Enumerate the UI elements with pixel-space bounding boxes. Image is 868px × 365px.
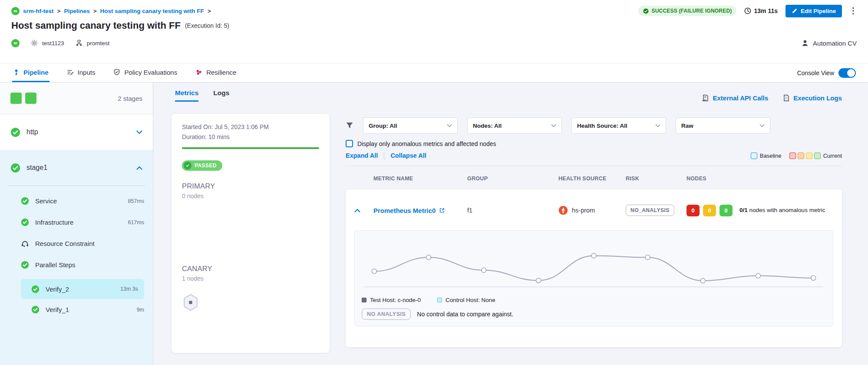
check-circle-icon [21, 197, 29, 205]
group-filter-value: Group: All [369, 123, 397, 129]
tab-metrics[interactable]: Metrics [175, 89, 198, 102]
group-filter-select[interactable]: Group: All [363, 117, 458, 134]
chevron-down-icon [551, 124, 556, 127]
summary-card: Started On: Jul 5, 2023 1:06 PM Duration… [172, 114, 330, 353]
breadcrumb-project-link[interactable]: srm-hf-test [23, 8, 54, 14]
nodes-filter-select[interactable]: Nodes: All [467, 117, 562, 134]
chevron-down-icon[interactable] [136, 130, 142, 134]
nodes-cell: 0 0 0 0/1 nodes with anomalous metric [686, 205, 833, 216]
started-on: Started On: Jul 5, 2023 1:06 PM [182, 123, 319, 130]
no-analysis-badge: NO ANALYSIS [362, 309, 411, 320]
yellow-node-count: 0 [703, 205, 716, 216]
collapse-all-link[interactable]: Collapse All [390, 152, 426, 159]
step-row-service[interactable]: Service 857ms [0, 190, 153, 212]
metric-chart[interactable] [362, 237, 826, 292]
divider [384, 152, 384, 159]
metric-card: Prometheus Metric0 f1 hs-prom NO_ANALYSI… [346, 189, 842, 347]
expand-collapse-links: Expand All Collapse All [346, 152, 426, 159]
status-badge-label: SUCCESS (FAILURE IGNORED) [651, 8, 732, 14]
metric-name-link[interactable]: Prometheus Metric0 [373, 207, 467, 214]
toolbar-row: Expand All Collapse All Baseline [346, 152, 842, 166]
step-row-infrastructure[interactable]: Infrastructure 617ms [0, 212, 153, 233]
health-source-filter-select[interactable]: Health Source: All [571, 117, 666, 134]
step-label: Verify_2 [46, 285, 114, 293]
service-name[interactable]: test1123 [42, 40, 64, 46]
breadcrumb-separator: > [208, 8, 211, 14]
check-circle-icon [31, 285, 40, 293]
anomalous-filter-row: Display only anomalous metrics and affec… [346, 140, 842, 147]
more-options-menu[interactable] [850, 6, 857, 16]
tab-policy-evaluations-label: Policy Evaluations [124, 69, 177, 76]
step-duration: 617ms [128, 219, 144, 226]
tab-logs[interactable]: Logs [213, 89, 229, 102]
breadcrumb-pipelines-link[interactable]: Pipelines [64, 8, 89, 14]
panel-tabs: Metrics Logs [153, 83, 338, 102]
test-host-legend-item: Test Host: c-node-0 [362, 297, 421, 303]
expand-all-link[interactable]: Expand All [346, 152, 378, 159]
triggered-by: Automation CV [801, 39, 857, 47]
step-row-verify-2[interactable]: Verify_2 13m 3s [21, 279, 144, 299]
external-link-icon [439, 207, 445, 213]
step-row-verify-1[interactable]: Verify_1 9m [0, 299, 153, 320]
metrics-table-header: METRIC NAME GROUP HEALTH SOURCE RISK NOD… [346, 176, 842, 182]
passed-check-icon [184, 162, 191, 169]
step-duration: 9m [137, 307, 144, 313]
execution-logs-link[interactable]: Execution Logs [783, 94, 842, 102]
stages-sidebar: 2 stages http stage1 Service [0, 83, 153, 365]
environment-name[interactable]: promtest [87, 40, 110, 46]
tab-pipeline-label: Pipeline [23, 69, 49, 76]
page-title: Host sampling canary testing with FF [11, 20, 181, 31]
chevron-up-icon[interactable] [136, 166, 142, 170]
col-risk: RISK [626, 176, 686, 182]
primary-nodes-count: 0 nodes [182, 192, 319, 199]
risk-yellow-swatch [806, 153, 812, 159]
step-label: Resource Constraint [35, 240, 138, 247]
pipeline-icon [13, 69, 20, 76]
kebab-icon [852, 7, 854, 15]
filter-funnel-icon[interactable] [346, 122, 353, 129]
nodes-summary: 0/1 nodes with anomalous metric [739, 206, 825, 214]
tab-resilience-label: Resilience [206, 69, 236, 76]
sidebar-header: 2 stages [0, 83, 153, 114]
verification-summary-panel: Metrics Logs Started On: Jul 5, 2023 1:0… [153, 83, 338, 365]
chevron-down-icon [447, 124, 452, 127]
step-label: Infrastructure [35, 219, 122, 226]
harness-logo-icon: ∞ [11, 7, 20, 15]
execution-id: (Execution Id: 5) [185, 22, 229, 29]
resource-constraint-icon [21, 240, 29, 247]
col-spacer [354, 176, 373, 182]
col-nodes: NODES [686, 176, 833, 182]
risk-orange-swatch [798, 153, 804, 159]
verification-progress-bar [182, 147, 319, 149]
edit-pipeline-label: Edit Pipeline [801, 8, 836, 14]
clock-icon [744, 7, 751, 14]
tab-policy-evaluations[interactable]: Policy Evaluations [112, 63, 178, 82]
tabs: Pipeline Inputs Policy Evaluations Resil… [12, 63, 237, 82]
baseline-swatch [751, 153, 757, 159]
tab-inputs[interactable]: Inputs [66, 63, 96, 82]
step-row-resource-constraint[interactable]: Resource Constraint [0, 233, 153, 254]
title-row: Host sampling canary testing with FF (Ex… [11, 18, 857, 33]
pencil-icon [792, 8, 798, 14]
tab-resilience[interactable]: Resilience [195, 63, 237, 82]
tab-pipeline[interactable]: Pipeline [12, 63, 50, 82]
edit-pipeline-button[interactable]: Edit Pipeline [785, 5, 842, 17]
step-row-parallel-steps[interactable]: Parallel Steps [0, 254, 153, 275]
canary-node-hexagon[interactable] [182, 293, 319, 312]
breadcrumb-pipeline-link[interactable]: Host sampling canary testing with FF [100, 8, 204, 14]
stage-label-stage1: stage1 [26, 164, 130, 172]
stage-row-stage1[interactable]: stage1 [0, 150, 153, 186]
console-view-toggle[interactable] [838, 68, 856, 78]
stage-row-http[interactable]: http [0, 114, 153, 150]
collapse-chevron-up-icon[interactable] [354, 209, 360, 212]
display-mode-select[interactable]: Raw [676, 117, 770, 134]
baseline-legend-item: Baseline [751, 153, 782, 159]
metric-group-value: f1 [467, 207, 558, 214]
check-circle-icon [10, 163, 20, 173]
metric-name-label: Prometheus Metric0 [373, 207, 436, 214]
external-api-calls-link[interactable]: API External API Calls [702, 94, 768, 102]
prometheus-icon [558, 206, 568, 215]
anomalous-filter-checkbox[interactable] [346, 140, 353, 147]
tab-inputs-label: Inputs [78, 69, 96, 76]
health-source-name: hs-prom [572, 207, 595, 214]
